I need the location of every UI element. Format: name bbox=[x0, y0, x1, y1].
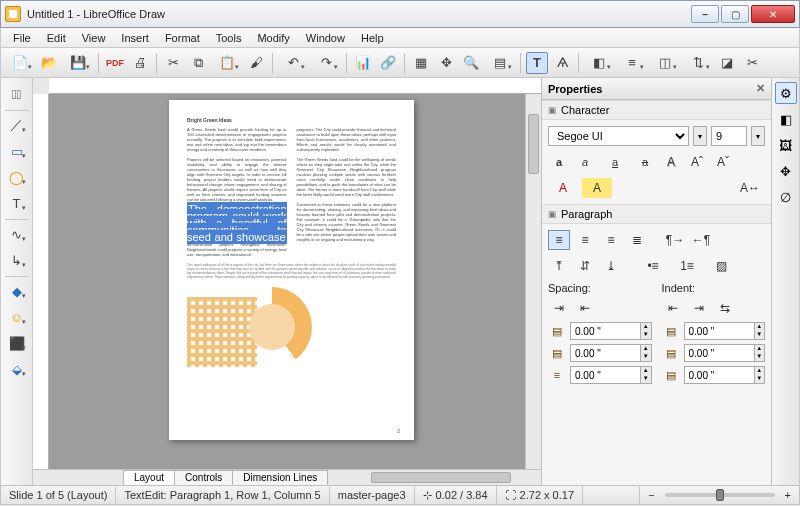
pointer-tool[interactable]: ▭⃕ bbox=[5, 82, 29, 106]
crop-button[interactable]: ✂ bbox=[741, 52, 763, 74]
paragraph-section-header[interactable]: Paragraph bbox=[542, 204, 771, 224]
font-name-dropdown-icon[interactable]: ▾ bbox=[693, 126, 707, 146]
window-maximize-button[interactable] bbox=[721, 5, 749, 23]
bold-button[interactable]: a bbox=[548, 152, 570, 172]
new-doc-button[interactable]: 📄 bbox=[5, 52, 35, 74]
window-close-button[interactable] bbox=[751, 5, 795, 23]
format-paintbrush-button[interactable]: 🖌 bbox=[245, 52, 267, 74]
undo-button[interactable]: ↶ bbox=[278, 52, 308, 74]
grid-button[interactable]: ▦ bbox=[410, 52, 432, 74]
sidebar-properties-icon[interactable]: ⚙ bbox=[775, 82, 797, 104]
ltr-button[interactable]: ¶→ bbox=[664, 230, 686, 250]
first-indent-input[interactable] bbox=[685, 367, 754, 383]
before-indent-input[interactable] bbox=[685, 323, 754, 339]
tab-dimension-lines[interactable]: Dimension Lines bbox=[232, 470, 328, 485]
underline-button[interactable]: a bbox=[600, 152, 630, 172]
drawing-canvas[interactable]: Bright Green Ideas A Green Seeds fund wo… bbox=[49, 94, 525, 469]
window-minimize-button[interactable] bbox=[691, 5, 719, 23]
table-button[interactable]: ▤ bbox=[485, 52, 515, 74]
above-spacing-input[interactable] bbox=[571, 323, 640, 339]
italic-button[interactable]: a bbox=[574, 152, 596, 172]
page[interactable]: Bright Green Ideas A Green Seeds fund wo… bbox=[169, 100, 414, 440]
align-left-button[interactable]: ≡ bbox=[548, 230, 570, 250]
menu-format[interactable]: Format bbox=[157, 30, 208, 46]
hanging-indent-button[interactable]: ⇆ bbox=[714, 298, 736, 318]
text-box-tool[interactable]: T bbox=[5, 191, 29, 215]
curve-tool[interactable]: ∿ bbox=[5, 222, 29, 246]
zoom-in-button[interactable]: + bbox=[785, 489, 791, 501]
chart-button[interactable]: 📊 bbox=[352, 52, 374, 74]
dec-spacing-button[interactable]: ⇥ bbox=[548, 298, 570, 318]
menu-help[interactable]: Help bbox=[353, 30, 392, 46]
char-spacing-button[interactable]: A↔ bbox=[735, 178, 765, 198]
menu-view[interactable]: View bbox=[74, 30, 114, 46]
export-pdf-button[interactable]: PDF bbox=[104, 52, 126, 74]
fontwork-button[interactable]: Ѧ bbox=[551, 52, 573, 74]
font-name-select[interactable]: Segoe UI bbox=[548, 126, 689, 146]
numbering-button[interactable]: 1≡ bbox=[672, 256, 702, 276]
insert-shape-button[interactable]: ◧ bbox=[584, 52, 614, 74]
font-size-dropdown-icon[interactable]: ▾ bbox=[751, 126, 765, 146]
doc-highlight[interactable]: The demonstration program could work wit… bbox=[187, 202, 287, 244]
print-button[interactable]: 🖨 bbox=[129, 52, 151, 74]
menu-insert[interactable]: Insert bbox=[113, 30, 157, 46]
status-master[interactable]: master-page3 bbox=[330, 486, 415, 504]
save-button[interactable]: 💾 bbox=[63, 52, 93, 74]
open-button[interactable]: 📂 bbox=[38, 52, 60, 74]
font-size-input[interactable] bbox=[711, 126, 747, 146]
zoom-button[interactable]: 🔍 bbox=[460, 52, 482, 74]
sidebar-styles-icon[interactable]: ◧ bbox=[775, 108, 797, 130]
valign-bottom-button[interactable]: ⤓ bbox=[600, 256, 622, 276]
navigator-button[interactable]: ✥ bbox=[435, 52, 457, 74]
sidebar-functions-icon[interactable]: ∅ bbox=[775, 186, 797, 208]
character-section-header[interactable]: Character bbox=[542, 100, 771, 120]
sidebar-gallery-icon[interactable]: 🖼 bbox=[775, 134, 797, 156]
valign-top-button[interactable]: ⤒ bbox=[548, 256, 570, 276]
menu-tools[interactable]: Tools bbox=[208, 30, 250, 46]
arrange-button[interactable]: ◫ bbox=[650, 52, 680, 74]
align-center-button[interactable]: ≡ bbox=[574, 230, 596, 250]
sidebar-navigator-icon[interactable]: ✥ bbox=[775, 160, 797, 182]
block-arrows-tool[interactable]: ⬛ bbox=[5, 331, 29, 355]
connector-tool[interactable]: ↳ bbox=[5, 248, 29, 272]
line-spacing-input[interactable] bbox=[571, 367, 640, 383]
menu-file[interactable]: File bbox=[5, 30, 39, 46]
below-spacing-input[interactable] bbox=[571, 345, 640, 361]
dec-indent-button[interactable]: ⇤ bbox=[662, 298, 684, 318]
vertical-ruler[interactable] bbox=[33, 94, 49, 469]
decrease-size-button[interactable]: Aˇ bbox=[712, 152, 734, 172]
properties-close-icon[interactable]: ✕ bbox=[756, 82, 765, 95]
hyperlink-button[interactable]: 🔗 bbox=[377, 52, 399, 74]
highlight-color-button[interactable]: A bbox=[582, 178, 612, 198]
inc-spacing-button[interactable]: ⇤ bbox=[574, 298, 596, 318]
zoom-slider[interactable] bbox=[665, 493, 775, 497]
ellipse-tool[interactable]: ◯ bbox=[5, 165, 29, 189]
strike-button[interactable]: a bbox=[634, 152, 656, 172]
align-justify-button[interactable]: ≣ bbox=[626, 230, 648, 250]
redo-button[interactable]: ↷ bbox=[311, 52, 341, 74]
text-tool-button[interactable]: T bbox=[526, 52, 548, 74]
cut-button[interactable]: ✂ bbox=[162, 52, 184, 74]
menu-window[interactable]: Window bbox=[298, 30, 353, 46]
paste-button[interactable]: 📋 bbox=[212, 52, 242, 74]
tab-layout[interactable]: Layout bbox=[123, 470, 175, 485]
align-objects-button[interactable]: ≡ bbox=[617, 52, 647, 74]
zoom-out-button[interactable]: − bbox=[648, 489, 654, 501]
menu-modify[interactable]: Modify bbox=[249, 30, 297, 46]
align-right-button[interactable]: ≡ bbox=[600, 230, 622, 250]
vertical-scrollbar[interactable] bbox=[525, 94, 541, 469]
distribute-button[interactable]: ⇅ bbox=[683, 52, 713, 74]
rect-tool[interactable]: ▭ bbox=[5, 139, 29, 163]
tab-controls[interactable]: Controls bbox=[174, 470, 233, 485]
valign-middle-button[interactable]: ⇵ bbox=[574, 256, 596, 276]
horizontal-scrollbar[interactable] bbox=[331, 470, 537, 485]
rtl-button[interactable]: ←¶ bbox=[690, 230, 712, 250]
line-tool[interactable]: ／ bbox=[5, 113, 29, 137]
para-bg-button[interactable]: ▨ bbox=[706, 256, 736, 276]
increase-size-button[interactable]: Aˆ bbox=[686, 152, 708, 172]
after-indent-input[interactable] bbox=[685, 345, 754, 361]
basic-shapes-tool[interactable]: ◆ bbox=[5, 279, 29, 303]
shadow-button[interactable]: ◪ bbox=[716, 52, 738, 74]
menu-edit[interactable]: Edit bbox=[39, 30, 74, 46]
bullets-button[interactable]: •≡ bbox=[638, 256, 668, 276]
